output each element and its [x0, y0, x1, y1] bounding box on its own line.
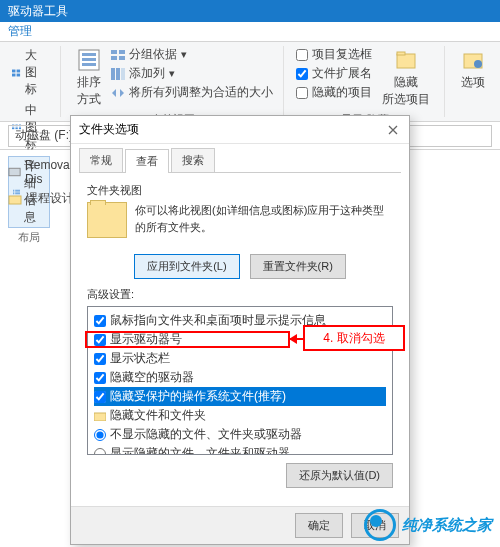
svg-rect-27 — [397, 54, 415, 68]
hidden-items-toggle[interactable]: 隐藏的项目 — [296, 84, 372, 101]
window-title: 驱动器工具 — [8, 3, 68, 20]
svg-rect-31 — [9, 168, 20, 175]
add-col-icon — [111, 68, 125, 80]
watermark-logo-icon — [364, 509, 396, 541]
svg-rect-24 — [111, 68, 115, 80]
close-icon — [388, 125, 398, 135]
close-button[interactable] — [385, 122, 401, 138]
svg-rect-1 — [17, 69, 20, 72]
adv-hidden-files-folder: 隐藏文件和文件夹 — [94, 406, 386, 425]
apply-to-folders-button[interactable]: 应用到文件夹(L) — [134, 254, 239, 279]
watermark-text: 纯净系统之家 — [402, 516, 492, 535]
annotation-callout: 4. 取消勾选 — [303, 325, 405, 351]
svg-rect-2 — [12, 73, 15, 76]
svg-rect-19 — [82, 63, 96, 66]
folder-view-label: 文件夹视图 — [87, 183, 393, 198]
folder-view-section: 你可以将此视图(如详细信息或图标)应用于这种类型的所有文件夹。 — [87, 202, 393, 238]
svg-rect-0 — [12, 69, 15, 72]
svg-rect-17 — [82, 53, 96, 56]
options-icon — [461, 48, 485, 72]
item-checkbox-toggle[interactable]: 项目复选框 — [296, 46, 372, 63]
file-ext-toggle[interactable]: 文件扩展名 — [296, 65, 372, 82]
hide-selected-button[interactable]: 隐藏 所选项目 — [378, 46, 434, 110]
sort-by-button[interactable]: 排序方式 — [73, 46, 105, 110]
group-by-button[interactable]: 分组依据 ▾ — [111, 46, 273, 63]
svg-rect-32 — [9, 196, 21, 204]
svg-rect-22 — [111, 56, 117, 60]
ribbon: 大图标 中图标 详细信息 布局 排序方式 — [0, 42, 500, 122]
hide-icon — [394, 48, 418, 72]
svg-rect-20 — [111, 50, 117, 54]
ribbon-group-show-hide: 项目复选框 文件扩展名 隐藏的项目 隐藏 所选项目 显示/隐藏 — [296, 46, 445, 117]
add-column-button[interactable]: 添加列 ▾ — [111, 65, 273, 82]
ribbon-tab-manage[interactable]: 管理 — [8, 23, 32, 40]
svg-rect-21 — [119, 50, 125, 54]
advanced-label: 高级设置: — [87, 287, 393, 302]
reset-folders-button[interactable]: 重置文件夹(R) — [250, 254, 346, 279]
tab-view[interactable]: 查看 — [125, 149, 169, 173]
svg-rect-23 — [119, 56, 125, 60]
ribbon-group-options: 选项 — [457, 46, 499, 117]
group-icon — [111, 49, 125, 61]
fit-columns-button[interactable]: 将所有列调整为合适的大小 — [111, 84, 273, 101]
tab-search[interactable]: 搜索 — [171, 148, 215, 172]
dialog-title: 文件夹选项 — [79, 121, 139, 138]
sort-icon — [77, 48, 101, 72]
svg-rect-3 — [17, 73, 20, 76]
adv-hide-protected-os-files[interactable]: 隐藏受保护的操作系统文件(推荐) — [94, 387, 386, 406]
disk-icon — [8, 166, 21, 178]
ribbon-group-current-view: 排序方式 分组依据 ▾ 添加列 ▾ 将所有列调整为合适的大小 当前视图 — [73, 46, 284, 117]
adv-status-bar[interactable]: 显示状态栏 — [94, 349, 386, 368]
large-icon-icon — [12, 67, 21, 79]
dialog-tabs: 常规 查看 搜索 — [71, 144, 409, 172]
ribbon-tab-row: 管理 — [0, 22, 500, 42]
svg-rect-25 — [116, 68, 120, 80]
svg-rect-26 — [121, 68, 125, 80]
restore-defaults-button[interactable]: 还原为默认值(D) — [286, 463, 393, 488]
adv-dont-show-hidden[interactable]: 不显示隐藏的文件、文件夹或驱动器 — [94, 425, 386, 444]
svg-rect-18 — [82, 58, 96, 61]
svg-point-30 — [474, 60, 482, 68]
window-titlebar: 驱动器工具 — [0, 0, 500, 22]
ok-button[interactable]: 确定 — [295, 513, 343, 538]
fit-icon — [111, 87, 125, 99]
tab-general[interactable]: 常规 — [79, 148, 123, 172]
dialog-titlebar: 文件夹选项 — [71, 116, 409, 144]
svg-rect-28 — [397, 52, 405, 55]
dialog-footer: 确定 取消 — [71, 506, 409, 544]
view-large-icons[interactable]: 大图标 — [8, 46, 50, 99]
adv-show-hidden[interactable]: 显示隐藏的文件、文件夹和驱动器 — [94, 444, 386, 455]
annotation-arrow-head — [290, 338, 304, 340]
folder-view-desc: 你可以将此视图(如详细信息或图标)应用于这种类型的所有文件夹。 — [135, 202, 393, 238]
adv-hide-empty-drives[interactable]: 隐藏空的驱动器 — [94, 368, 386, 387]
svg-rect-33 — [94, 413, 106, 421]
ribbon-group-layout: 大图标 中图标 详细信息 布局 — [8, 46, 61, 117]
folder-icon — [8, 193, 22, 205]
folder-icon — [94, 411, 106, 421]
options-button[interactable]: 选项 — [457, 46, 489, 93]
folder-view-icon — [87, 202, 127, 238]
watermark: 纯净系统之家 — [364, 509, 492, 541]
